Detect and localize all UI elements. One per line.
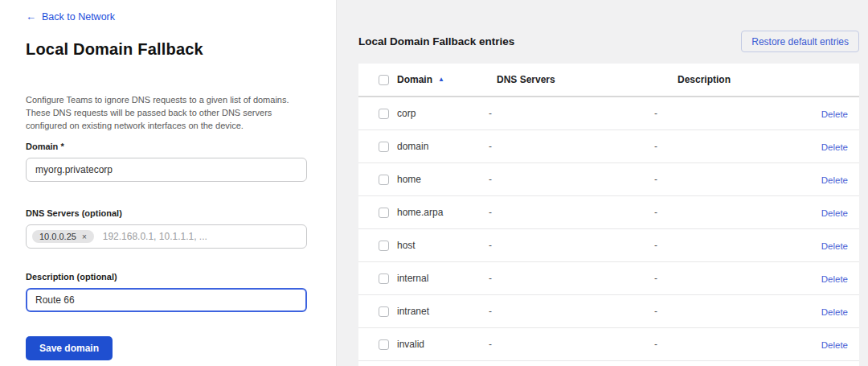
row-domain: invalid bbox=[397, 339, 489, 350]
row-checkbox[interactable] bbox=[379, 306, 389, 317]
table-row: domain - - Delete bbox=[358, 130, 859, 163]
page-description: Configure Teams to ignore DNS requests t… bbox=[26, 93, 297, 132]
row-description: - bbox=[654, 273, 787, 284]
row-domain: domain bbox=[397, 141, 489, 152]
dns-servers-input[interactable]: 10.0.0.25 × bbox=[26, 224, 307, 249]
column-header-domain[interactable]: Domain ▲ bbox=[397, 74, 489, 85]
row-dns-servers: - bbox=[489, 108, 654, 119]
row-domain: corp bbox=[397, 108, 489, 119]
table-body: corp - - Delete domain - - Delete home -… bbox=[358, 97, 859, 361]
dns-server-tag: 10.0.0.25 × bbox=[32, 230, 94, 243]
sort-ascending-icon: ▲ bbox=[438, 76, 444, 83]
select-all-checkbox[interactable] bbox=[379, 75, 389, 85]
row-checkbox[interactable] bbox=[379, 208, 389, 218]
row-description: - bbox=[654, 174, 787, 185]
delete-link[interactable]: Delete bbox=[821, 241, 848, 251]
domain-field: Domain * bbox=[26, 142, 307, 182]
row-dns-servers: - bbox=[489, 174, 654, 185]
back-to-network-link[interactable]: ← Back to Network bbox=[26, 10, 115, 23]
row-description: - bbox=[654, 240, 787, 251]
entries-title: Local Domain Fallback entries bbox=[358, 35, 514, 47]
back-arrow-icon: ← bbox=[26, 10, 36, 23]
row-dns-servers: - bbox=[489, 339, 654, 350]
description-input[interactable] bbox=[26, 288, 307, 312]
table-header-row: Domain ▲ DNS Servers Description bbox=[358, 64, 859, 97]
row-checkbox[interactable] bbox=[379, 142, 389, 152]
table-row: home.arpa - - Delete bbox=[358, 196, 859, 229]
back-link-label: Back to Network bbox=[42, 11, 115, 23]
row-description: - bbox=[654, 108, 787, 119]
row-domain: internal bbox=[397, 273, 489, 284]
table-row: corp - - Delete bbox=[358, 97, 859, 130]
row-description: - bbox=[654, 339, 787, 350]
page-title: Local Domain Fallback bbox=[26, 40, 307, 59]
dns-servers-text-input[interactable] bbox=[94, 230, 301, 243]
row-checkbox[interactable] bbox=[379, 339, 389, 350]
row-checkbox[interactable] bbox=[379, 109, 389, 119]
entries-panel-header: Local Domain Fallback entries Restore de… bbox=[358, 31, 859, 52]
row-domain: intranet bbox=[397, 306, 489, 317]
delete-link[interactable]: Delete bbox=[821, 142, 848, 152]
row-domain: home bbox=[397, 174, 489, 185]
save-domain-button[interactable]: Save domain bbox=[26, 336, 113, 360]
delete-link[interactable]: Delete bbox=[821, 208, 848, 218]
row-domain: home.arpa bbox=[397, 207, 489, 218]
column-header-description[interactable]: Description bbox=[654, 74, 787, 85]
form-panel: ← Back to Network Local Domain Fallback … bbox=[0, 0, 336, 366]
delete-link[interactable]: Delete bbox=[821, 307, 848, 317]
delete-link[interactable]: Delete bbox=[821, 175, 848, 185]
restore-default-entries-button[interactable]: Restore default entries bbox=[741, 31, 859, 52]
description-label: Description (optional) bbox=[26, 272, 307, 282]
row-dns-servers: - bbox=[489, 141, 654, 152]
entries-table: Domain ▲ DNS Servers Description corp - … bbox=[358, 64, 859, 366]
row-checkbox[interactable] bbox=[379, 175, 389, 185]
dns-servers-field: DNS Servers (optional) 10.0.0.25 × bbox=[26, 208, 307, 249]
row-dns-servers: - bbox=[489, 240, 654, 251]
row-checkbox[interactable] bbox=[379, 273, 389, 284]
row-dns-servers: - bbox=[489, 306, 654, 317]
row-description: - bbox=[654, 306, 787, 317]
table-row: internal - - Delete bbox=[358, 262, 859, 295]
row-description: - bbox=[654, 141, 787, 152]
domain-input[interactable] bbox=[26, 158, 307, 182]
description-field: Description (optional) bbox=[26, 272, 307, 312]
remove-tag-icon[interactable]: × bbox=[82, 232, 87, 241]
delete-link[interactable]: Delete bbox=[821, 340, 848, 350]
table-row: host - - Delete bbox=[358, 229, 859, 262]
table-row: intranet - - Delete bbox=[358, 295, 859, 328]
dns-server-tag-value: 10.0.0.25 bbox=[39, 232, 76, 241]
row-dns-servers: - bbox=[489, 207, 654, 218]
row-domain: host bbox=[397, 240, 489, 251]
row-description: - bbox=[654, 207, 787, 218]
column-header-domain-label: Domain bbox=[397, 74, 432, 85]
domain-label: Domain * bbox=[26, 142, 307, 151]
entries-panel: Local Domain Fallback entries Restore de… bbox=[336, 0, 868, 366]
dns-servers-label: DNS Servers (optional) bbox=[26, 208, 307, 218]
row-checkbox[interactable] bbox=[379, 241, 389, 251]
table-row: home - - Delete bbox=[358, 163, 859, 196]
table-row: invalid - - Delete bbox=[358, 328, 859, 361]
column-header-dns-servers[interactable]: DNS Servers bbox=[489, 74, 654, 85]
partial-next-row bbox=[358, 361, 859, 366]
row-dns-servers: - bbox=[489, 273, 654, 284]
local-domain-fallback-page: ← Back to Network Local Domain Fallback … bbox=[0, 0, 868, 366]
delete-link[interactable]: Delete bbox=[821, 109, 848, 119]
delete-link[interactable]: Delete bbox=[821, 274, 848, 284]
